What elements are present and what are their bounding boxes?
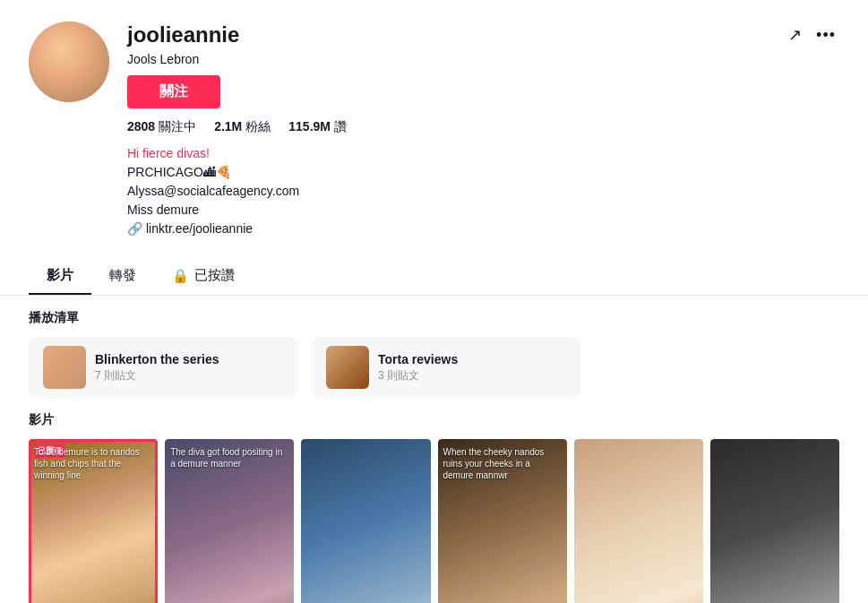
bio-line-3: Alyssa@socialcafeagency.com [127, 182, 839, 201]
link-text: linktr.ee/joolieannie [146, 220, 253, 238]
video-overlay-0: To be demure is to nandos fish and chips… [34, 446, 152, 481]
share-button[interactable]: ↗ [785, 22, 805, 48]
lock-icon: 🔒 [172, 268, 189, 284]
video-card-2[interactable]: ▶ 225.7K See ya later chicago [301, 439, 430, 603]
playlists-section: 播放清單 Blinkerton the series 7 則貼文 Torta r… [0, 296, 868, 405]
playlist-card-1[interactable]: Torta reviews 3 則貼文 [312, 337, 580, 398]
likes-label: 讚 [334, 119, 347, 135]
bio-line-4: Miss demure [127, 201, 839, 220]
video-card-0[interactable]: 已置頂 To be demure is to nandos fish and c… [29, 439, 158, 603]
playlist-thumb-1 [326, 346, 369, 389]
playlists-row: Blinkerton the series 7 則貼文 Torta review… [29, 337, 839, 398]
followers-count: 2.1M [214, 119, 242, 135]
bio: Hi fierce divas! PRCHICAGO🏙🍕 Alyssa@soci… [127, 144, 839, 238]
video-thumb-0: 已置頂 To be demure is to nandos fish and c… [29, 439, 158, 603]
playlist-count-0: 7 則貼文 [95, 368, 283, 383]
profile-header: joolieannie ↗ ••• Jools Lebron 關注 2808 關… [0, 0, 868, 244]
stats-row: 2808 關注中 2.1M 粉絲 115.9M 讚 [127, 119, 839, 135]
followers-label: 粉絲 [245, 119, 271, 135]
following-count: 2808 [127, 119, 155, 135]
follow-button[interactable]: 關注 [127, 75, 220, 108]
more-button[interactable]: ••• [812, 22, 839, 48]
username: joolieannie [127, 22, 239, 47]
playlist-count-1: 3 則貼文 [378, 368, 566, 383]
video-card-4[interactable]: ▶ 2.7M #fyp #demure [574, 439, 703, 603]
tab-reposts[interactable]: 轉發 [91, 258, 154, 295]
video-overlay-1: The diva got food positing in a demure m… [170, 446, 288, 469]
tab-videos[interactable]: 影片 [29, 258, 91, 295]
likes-count: 115.9M [288, 119, 331, 135]
video-overlay-3: When the cheeky nandos ruins your cheeks… [443, 446, 562, 481]
playlist-name-0: Blinkerton the series [95, 352, 283, 366]
following-stat: 2808 關注中 [127, 119, 196, 135]
link-icon: 🔗 [127, 220, 142, 238]
profile-actions: ↗ ••• [785, 22, 839, 48]
avatar [29, 22, 109, 102]
video-thumb-1: The diva got food positing in a demure m… [165, 439, 294, 603]
following-label: 關注中 [159, 119, 196, 135]
playlist-card-0[interactable]: Blinkerton the series 7 則貼文 [29, 337, 297, 398]
tabs-container: 影片 轉發 🔒 已按讚 [0, 258, 868, 296]
playlist-info-0: Blinkerton the series 7 則貼文 [95, 352, 283, 383]
video-thumb-3: When the cheeky nandos ruins your cheeks… [438, 439, 567, 603]
tab-likes[interactable]: 🔒 已按讚 [154, 258, 253, 295]
display-name: Jools Lebron [127, 52, 839, 66]
playlist-info-1: Torta reviews 3 則貼文 [378, 352, 566, 383]
videos-grid: 已置頂 To be demure is to nandos fish and c… [29, 439, 839, 603]
profile-top-row: joolieannie ↗ ••• [127, 22, 839, 48]
playlists-title: 播放清單 [29, 310, 839, 326]
video-card-3[interactable]: When the cheeky nandos ruins your cheeks… [438, 439, 567, 603]
video-thumb-5: ▶ 292.1K [710, 439, 839, 603]
likes-stat: 115.9M 讚 [288, 119, 347, 135]
video-card-5[interactable]: ▶ 292.1K Very smooth very [710, 439, 839, 603]
bio-line-2: PRCHICAGO🏙🍕 [127, 163, 839, 182]
videos-section: 影片 已置頂 To be demure is to nandos fish an… [0, 405, 868, 603]
video-thumb-4: ▶ 2.7M [574, 439, 703, 603]
bio-link[interactable]: 🔗 linktr.ee/joolieannie [127, 220, 839, 238]
playlist-thumb-0 [43, 346, 86, 389]
bio-line-1: Hi fierce divas! [127, 144, 839, 163]
videos-title: 影片 [29, 412, 839, 428]
playlist-name-1: Torta reviews [378, 352, 566, 366]
video-thumb-2: ▶ 225.7K [301, 439, 430, 603]
video-card-1[interactable]: The diva got food positing in a demure m… [165, 439, 294, 603]
profile-info: joolieannie ↗ ••• Jools Lebron 關注 2808 關… [127, 22, 839, 244]
followers-stat: 2.1M 粉絲 [214, 119, 271, 135]
